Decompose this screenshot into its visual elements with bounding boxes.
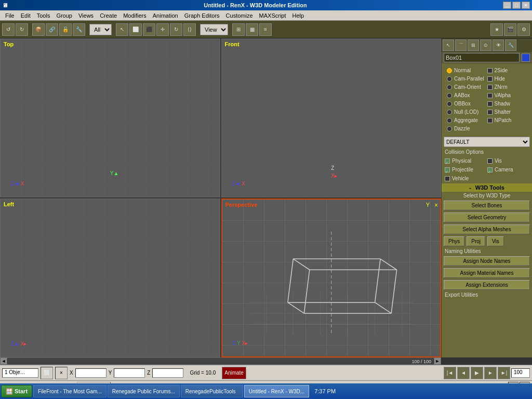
- viewport-perspective[interactable]: Perspective Y × Z Y X▸: [221, 198, 442, 357]
- menu-group[interactable]: Group: [53, 11, 75, 20]
- taskbar-item-0[interactable]: FileFront - The Most Gam...: [33, 385, 107, 397]
- taskbar-item-3[interactable]: Untitled - RenX - W3D...: [244, 385, 309, 397]
- panel-icon-hierarchy[interactable]: ⊞: [468, 39, 479, 51]
- panel-icon-motion[interactable]: ⊙: [480, 39, 491, 51]
- type-cam-parallel-radio[interactable]: [447, 76, 452, 82]
- bind-button[interactable]: 🔧: [73, 23, 85, 36]
- render-settings-button[interactable]: ⚙: [517, 23, 530, 36]
- redo-button[interactable]: ↻: [16, 23, 28, 36]
- start-button[interactable]: 🪟 Start: [1, 385, 32, 397]
- type-shalter-row: Shalter: [487, 109, 527, 115]
- menu-tools[interactable]: Tools: [34, 11, 54, 20]
- type-obbox-radio[interactable]: [447, 101, 452, 107]
- object-name-input[interactable]: [444, 53, 520, 62]
- link-button[interactable]: 🔗: [46, 23, 58, 36]
- menu-animation[interactable]: Animation: [150, 11, 181, 20]
- align-button[interactable]: ≡: [259, 23, 272, 36]
- titlebar-controls: _ □ ×: [503, 2, 530, 9]
- move-button[interactable]: ✛: [156, 23, 169, 36]
- select-obj-button[interactable]: 📦: [32, 23, 45, 36]
- array-button[interactable]: ▦: [246, 23, 258, 36]
- scale-button[interactable]: ⟨⟩: [183, 23, 196, 36]
- type-cam-orient-radio[interactable]: [447, 85, 452, 90]
- select-button[interactable]: ↖: [116, 23, 128, 36]
- next-frame[interactable]: ►|: [498, 367, 510, 379]
- menu-modifiers[interactable]: Modifiers: [120, 11, 150, 20]
- collision-vis-checkbox[interactable]: [487, 158, 493, 164]
- type-normal-radio[interactable]: [447, 68, 452, 73]
- select-bones-button[interactable]: Select Bones: [444, 201, 530, 210]
- perspective-close-button[interactable]: ×: [434, 202, 438, 209]
- assign-node-names-button[interactable]: Assign Node Names: [444, 256, 530, 266]
- maximize-button[interactable]: □: [512, 2, 521, 9]
- object-color-swatch[interactable]: [522, 54, 530, 62]
- type-shadw-checkbox[interactable]: [487, 101, 493, 107]
- preset-dropdown[interactable]: DEFAULT: [444, 137, 530, 147]
- type-2side-checkbox[interactable]: [487, 68, 493, 73]
- unlink-button[interactable]: 🔓: [59, 23, 72, 36]
- type-aabox-radio[interactable]: [447, 93, 452, 98]
- animate-button[interactable]: Animate: [222, 367, 246, 379]
- type-dazzle-radio[interactable]: [447, 126, 452, 131]
- status-close[interactable]: ×: [55, 367, 68, 379]
- render-button[interactable]: 🎬: [504, 23, 516, 36]
- menu-graph-editors[interactable]: Graph Editors: [181, 11, 223, 20]
- type-shalter-checkbox[interactable]: [487, 110, 493, 115]
- assign-extensions-button[interactable]: Assign Extensions: [444, 280, 530, 290]
- view-dropdown[interactable]: View: [200, 24, 228, 35]
- panel-icon-arrow[interactable]: ↖: [443, 39, 454, 51]
- panel-icon-display[interactable]: 👁: [493, 39, 504, 51]
- type-npatch-checkbox[interactable]: [487, 118, 493, 123]
- type-valpha-checkbox[interactable]: [487, 93, 493, 98]
- close-button[interactable]: ×: [522, 2, 530, 9]
- prev-key[interactable]: ◄: [457, 367, 470, 379]
- taskbar-item-1[interactable]: Renegade Public Forums...: [108, 385, 180, 397]
- scroll-right-arrow[interactable]: ►: [434, 357, 441, 365]
- phys-button[interactable]: Phys: [444, 236, 464, 246]
- collision-camera-checkbox[interactable]: [487, 167, 493, 172]
- menu-views[interactable]: Views: [75, 11, 97, 20]
- assign-material-names-button[interactable]: Assign Material Names: [444, 268, 530, 278]
- select-geometry-button[interactable]: Select Geometry: [444, 212, 530, 222]
- viewport-top[interactable]: Top Z◄ X Y▲: [0, 38, 220, 197]
- scroll-left-arrow[interactable]: ◄: [0, 357, 7, 365]
- minimize-button[interactable]: _: [503, 2, 511, 9]
- vis-button[interactable]: Vis: [487, 236, 504, 246]
- taskbar-item-2[interactable]: RenegadePublicTools: [181, 385, 243, 397]
- type-null-lod-radio[interactable]: [447, 110, 452, 115]
- menu-customize[interactable]: Customize: [223, 11, 256, 20]
- rotate-button[interactable]: ↻: [170, 23, 182, 36]
- collision-projectile-checkbox[interactable]: [445, 167, 450, 172]
- menu-maxscript[interactable]: MAXScript: [256, 11, 289, 20]
- menu-file[interactable]: File: [2, 11, 18, 20]
- w3d-tools-collapse[interactable]: -: [469, 184, 471, 191]
- undo-button[interactable]: ↺: [2, 23, 15, 36]
- zoom-field[interactable]: 100: [511, 368, 530, 378]
- menu-help[interactable]: Help: [289, 11, 308, 20]
- z-field[interactable]: [152, 368, 183, 378]
- panel-icon-curve[interactable]: ⌒: [455, 39, 467, 51]
- type-aggregate-radio[interactable]: [447, 118, 452, 123]
- proj-button[interactable]: Proj: [467, 236, 485, 246]
- panel-icon-tools[interactable]: 🔧: [505, 39, 516, 51]
- select-region-button[interactable]: ⬜: [129, 23, 142, 36]
- select-alpha-meshes-button[interactable]: Select Alpha Meshes: [444, 224, 530, 234]
- viewport-front[interactable]: Front Z◄ X Z X▸: [221, 38, 442, 197]
- collision-physical-checkbox[interactable]: [445, 158, 450, 164]
- type-hide-checkbox[interactable]: [487, 76, 493, 82]
- next-key[interactable]: ►: [484, 367, 497, 379]
- play[interactable]: ▶: [471, 367, 483, 379]
- scroll-track[interactable]: 100 / 100: [7, 358, 434, 364]
- type-znrm-checkbox[interactable]: [487, 85, 493, 90]
- viewport-left[interactable]: Left Z▲ X▸: [0, 198, 220, 357]
- x-field[interactable]: [75, 368, 107, 378]
- mirror-button[interactable]: ⊞: [232, 23, 245, 36]
- menu-create[interactable]: Create: [97, 11, 120, 20]
- named-selection-button[interactable]: ★: [490, 23, 503, 36]
- select-all-button[interactable]: ⬛: [143, 23, 155, 36]
- collision-vehicle-checkbox[interactable]: [445, 176, 450, 181]
- y-field[interactable]: [114, 368, 145, 378]
- menu-edit[interactable]: Edit: [18, 11, 34, 20]
- prev-frame[interactable]: |◄: [444, 367, 456, 379]
- filter-dropdown[interactable]: All: [89, 24, 112, 35]
